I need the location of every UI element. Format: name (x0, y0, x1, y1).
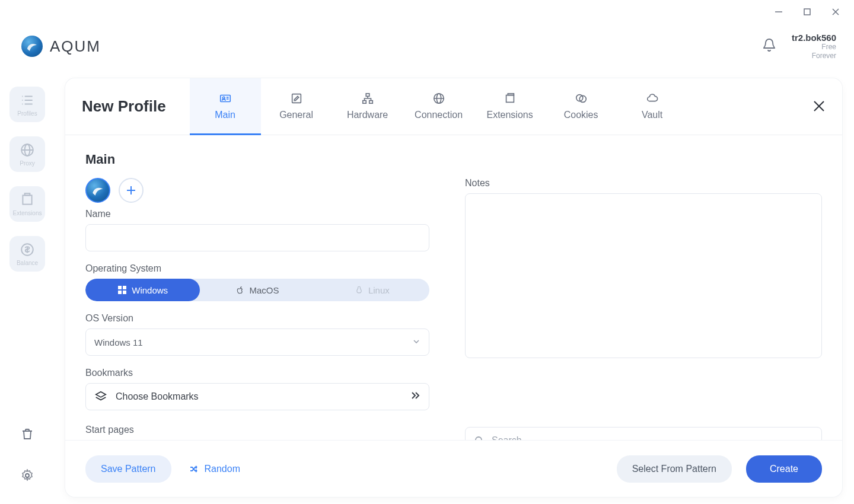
sidebar-item-extensions[interactable]: Extensions (9, 186, 45, 222)
left-sidebar: Profiles Proxy Extensions Balance (0, 78, 55, 504)
tabs-row: New Profile Main General Hardware Connec… (65, 78, 842, 135)
window-close-button[interactable] (830, 7, 841, 17)
os-version-select[interactable]: Windows 11 (85, 328, 429, 356)
svg-rect-14 (25, 193, 30, 195)
name-input[interactable] (85, 224, 429, 251)
windows-icon (117, 285, 127, 295)
svg-rect-22 (366, 94, 369, 97)
svg-rect-1 (804, 9, 810, 15)
os-linux-button: Linux (315, 279, 429, 301)
random-button[interactable]: Random (186, 455, 244, 483)
svg-rect-24 (369, 101, 372, 104)
svg-point-18 (222, 97, 225, 99)
select-from-pattern-button[interactable]: Select From Pattern (617, 455, 732, 483)
choose-bookmarks-button[interactable]: Choose Bookmarks (85, 383, 429, 410)
svg-rect-29 (508, 94, 514, 95)
svg-rect-21 (292, 94, 301, 103)
add-icon-button[interactable] (119, 178, 144, 203)
bookmarks-icon (94, 390, 107, 403)
svg-rect-39 (123, 291, 126, 294)
main-panel: New Profile Main General Hardware Connec… (65, 78, 842, 497)
edit-icon (290, 92, 303, 105)
app-logo (21, 36, 43, 57)
profile-icon-row (85, 178, 429, 203)
save-pattern-button[interactable]: Save Pattern (85, 455, 171, 483)
tab-hardware[interactable]: Hardware (332, 78, 403, 135)
sidebar-item-balance[interactable]: Balance (9, 236, 45, 272)
network-icon (361, 92, 374, 105)
os-version-label: OS Version (85, 313, 429, 324)
panel-content: Main Name Operating System (65, 135, 842, 440)
globe-icon (432, 92, 445, 105)
os-windows-button[interactable]: Windows (85, 279, 200, 301)
id-card-icon (219, 92, 232, 105)
close-panel-button[interactable] (812, 100, 826, 115)
notifications-button[interactable] (762, 38, 776, 55)
svg-rect-38 (118, 291, 122, 294)
svg-point-40 (476, 437, 482, 440)
minimize-button[interactable] (773, 7, 784, 17)
cookies-icon (575, 92, 588, 105)
settings-button[interactable] (14, 462, 40, 489)
tab-extensions[interactable]: Extensions (474, 78, 546, 135)
window-controls (773, 0, 854, 24)
create-button[interactable]: Create (746, 455, 822, 483)
cloud-icon (646, 92, 659, 105)
chevrons-right-icon (410, 390, 420, 403)
os-label: Operating System (85, 263, 429, 274)
sidebar-item-profiles[interactable]: Profiles (9, 87, 45, 122)
linux-icon (355, 286, 364, 295)
tab-vault[interactable]: Vault (617, 78, 688, 135)
apple-icon (235, 286, 244, 295)
bookmarks-label: Bookmarks (85, 368, 429, 378)
search-input[interactable]: Search (465, 427, 822, 440)
svg-rect-17 (220, 95, 230, 101)
tab-cookies[interactable]: Cookies (546, 78, 617, 135)
browser-icon-chip[interactable] (85, 178, 110, 203)
os-segmented: Windows MacOS Linux (85, 279, 429, 301)
search-icon (474, 435, 485, 440)
name-label: Name (85, 209, 429, 219)
sidebar-item-proxy[interactable]: Proxy (9, 136, 45, 172)
svg-point-16 (26, 474, 29, 477)
tab-general[interactable]: General (261, 78, 332, 135)
panel-footer: Save Pattern Random Select From Pattern … (65, 440, 842, 497)
app-header: AQUM tr2.bok560 Free Forever (21, 28, 836, 64)
panel-title: New Profile (82, 97, 166, 116)
user-plan-sub: Forever (792, 52, 836, 60)
tab-main[interactable]: Main (190, 78, 261, 135)
startpages-label: Start pages (85, 425, 429, 435)
maximize-button[interactable] (802, 7, 812, 17)
svg-rect-36 (118, 286, 122, 289)
chevron-down-icon (412, 337, 420, 347)
os-macos-button[interactable]: MacOS (200, 279, 314, 301)
svg-rect-23 (362, 101, 366, 104)
section-title: Main (85, 152, 822, 167)
notes-label: Notes (465, 178, 822, 189)
user-menu[interactable]: tr2.bok560 Free Forever (792, 33, 836, 60)
svg-rect-13 (23, 195, 31, 204)
window-icon (504, 92, 517, 105)
notes-textarea[interactable] (465, 193, 822, 358)
brand-name: AQUM (50, 37, 101, 56)
svg-rect-28 (506, 95, 514, 103)
user-plan: Free (792, 43, 836, 51)
shuffle-icon (189, 464, 200, 474)
trash-button[interactable] (14, 421, 40, 447)
user-name: tr2.bok560 (792, 33, 836, 43)
svg-rect-37 (123, 286, 126, 289)
tab-connection[interactable]: Connection (403, 78, 474, 135)
